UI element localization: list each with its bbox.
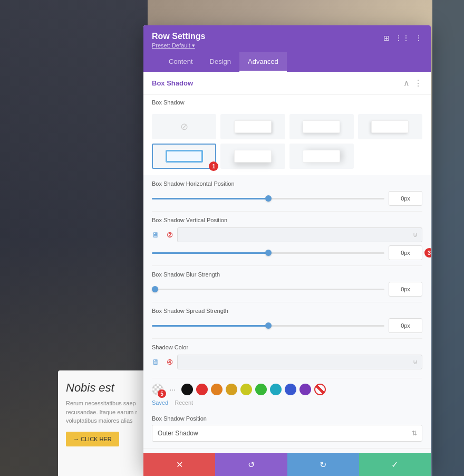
shadow-option-5[interactable] bbox=[220, 144, 285, 169]
swatch-yellow[interactable] bbox=[240, 384, 252, 395]
shadow-option-4-selected[interactable]: 1 bbox=[152, 144, 216, 169]
vertical-label: Box Shadow Vertical Position bbox=[152, 217, 422, 223]
shadow-position-label: Box Shadow Position bbox=[152, 415, 422, 422]
tab-content[interactable]: Content bbox=[160, 52, 201, 72]
panel-header: Row Settings Preset: Default ▾ ⊞ ⋮⋮ ⋮ Co… bbox=[143, 25, 431, 72]
shadow-options-grid: ⊘ 1 bbox=[143, 108, 431, 175]
panel-title: Row Settings bbox=[152, 32, 205, 41]
badge-2: ② bbox=[167, 231, 173, 239]
panel-title-group: Row Settings Preset: Default ▾ bbox=[152, 32, 205, 49]
shadow-option-1[interactable] bbox=[220, 114, 285, 139]
blur-slider-thumb[interactable] bbox=[152, 286, 158, 292]
shadow-option-2[interactable] bbox=[289, 114, 354, 139]
monitor-icon-color: 🖥 bbox=[152, 358, 161, 366]
vertical-value-input[interactable] bbox=[389, 245, 422, 260]
badge-1: 1 bbox=[209, 161, 218, 171]
tab-design[interactable]: Design bbox=[201, 52, 239, 72]
collapse-icon[interactable]: ∧ bbox=[403, 78, 410, 88]
panel-header-icons: ⊞ ⋮⋮ ⋮ bbox=[383, 34, 422, 42]
box-shadow-sublabel: Box Shadow bbox=[143, 95, 431, 108]
vertical-responsive-input: ⊎ bbox=[177, 227, 422, 242]
horizontal-value-input[interactable] bbox=[389, 191, 422, 206]
pin-icon: ⊎ bbox=[413, 231, 418, 239]
checkerboard-wrapper: 5 bbox=[152, 384, 163, 395]
shadow-position-dropdown-wrapper: Outer Shadow Inner Shadow ⇅ bbox=[152, 425, 422, 442]
box-shadow-title: Box Shadow bbox=[152, 79, 193, 87]
vertical-slider-thumb[interactable] bbox=[265, 250, 272, 256]
horizontal-position-row: Box Shadow Horizontal Position bbox=[152, 175, 422, 212]
swatch-more-dots[interactable]: ··· bbox=[167, 384, 178, 395]
shadow-option-3[interactable] bbox=[358, 114, 422, 139]
panel-header-top: Row Settings Preset: Default ▾ ⊞ ⋮⋮ ⋮ bbox=[152, 32, 422, 49]
shadow-option-none[interactable]: ⊘ bbox=[152, 114, 216, 139]
controls-section: Box Shadow Horizontal Position Box Shado… bbox=[143, 175, 431, 378]
spread-slider-fill bbox=[152, 325, 268, 327]
bg-right-overlay bbox=[432, 0, 464, 476]
bg-bottom-text: Rerum necessitatibus saep recusandae. It… bbox=[58, 399, 153, 425]
section-more-icon[interactable]: ⋮ bbox=[414, 78, 422, 88]
bg-bottom-content: Nobis est Rerum necessitatibus saep recu… bbox=[58, 370, 153, 476]
save-button[interactable]: ✓ bbox=[359, 453, 431, 476]
panel-body: Box Shadow ∧ ⋮ Box Shadow ⊘ bbox=[143, 72, 431, 470]
horizontal-label: Box Shadow Horizontal Position bbox=[152, 180, 422, 187]
swatch-red[interactable] bbox=[196, 384, 208, 395]
blur-slider-track[interactable] bbox=[152, 289, 384, 290]
more-icon[interactable]: ⋮ bbox=[415, 34, 422, 42]
vertical-slider-track[interactable] bbox=[152, 252, 384, 254]
panel-preset[interactable]: Preset: Default ▾ bbox=[152, 42, 205, 49]
horizontal-slider-fill bbox=[152, 198, 268, 199]
blur-label: Box Shadow Blur Strength bbox=[152, 271, 422, 278]
horizontal-slider-track[interactable] bbox=[152, 198, 384, 199]
shadow-position-select[interactable]: Outer Shadow Inner Shadow bbox=[152, 425, 422, 442]
spread-strength-row: Box Shadow Spread Strength bbox=[152, 302, 422, 339]
swatch-stroke[interactable] bbox=[314, 384, 326, 395]
color-pin-icon: ⊎ bbox=[413, 358, 418, 366]
horizontal-control bbox=[152, 191, 422, 206]
saved-button[interactable]: Saved bbox=[152, 399, 168, 406]
saved-recent-row: Saved Recent bbox=[143, 399, 431, 411]
redo-button[interactable]: ↻ bbox=[287, 453, 359, 476]
vertical-responsive-row: 🖥 ② ⊎ bbox=[152, 227, 422, 242]
color-swatches-row: 5 ··· bbox=[143, 378, 431, 399]
cancel-button[interactable]: ✕ bbox=[143, 453, 215, 476]
swatch-green[interactable] bbox=[255, 384, 267, 395]
monitor-icon-vertical: 🖥 bbox=[152, 231, 161, 239]
spread-slider-track[interactable] bbox=[152, 325, 384, 327]
responsive-icon[interactable]: ⊞ bbox=[383, 34, 390, 42]
bg-bottom-title: Nobis est bbox=[58, 370, 153, 399]
recent-button[interactable]: Recent bbox=[175, 399, 193, 406]
badge-4: ④ bbox=[167, 358, 173, 366]
box-shadow-section-header: Box Shadow ∧ ⋮ bbox=[143, 72, 431, 95]
vertical-input-wrapper: 3 bbox=[389, 245, 422, 260]
swatch-teal[interactable] bbox=[270, 384, 282, 395]
spread-slider-thumb[interactable] bbox=[265, 322, 272, 329]
bg-bottom-btn[interactable]: → CLICK HER bbox=[66, 432, 119, 446]
no-shadow-icon: ⊘ bbox=[180, 121, 188, 132]
shadow-option-6[interactable] bbox=[289, 144, 354, 169]
section-controls: ∧ ⋮ bbox=[403, 78, 422, 88]
shadow-color-responsive-row: 🖥 ④ ⊎ bbox=[152, 355, 422, 369]
shadow-color-row: Shadow Color 🖥 ④ ⊎ bbox=[152, 339, 422, 378]
swatch-black[interactable] bbox=[181, 384, 193, 395]
swatch-blue[interactable] bbox=[285, 384, 296, 395]
badge-5: 5 bbox=[158, 389, 166, 398]
blur-control bbox=[152, 282, 422, 297]
spread-value-input[interactable] bbox=[389, 318, 422, 333]
row-settings-panel: Row Settings Preset: Default ▾ ⊞ ⋮⋮ ⋮ Co… bbox=[143, 25, 431, 470]
blur-strength-row: Box Shadow Blur Strength bbox=[152, 266, 422, 302]
tab-advanced[interactable]: Advanced bbox=[239, 52, 287, 72]
swatch-orange[interactable] bbox=[211, 384, 223, 395]
horizontal-slider-thumb[interactable] bbox=[265, 195, 272, 202]
swatch-yellow-orange[interactable] bbox=[226, 384, 237, 395]
vertical-slider-fill bbox=[152, 252, 268, 254]
swatch-purple[interactable] bbox=[299, 384, 311, 395]
columns-icon[interactable]: ⋮⋮ bbox=[395, 34, 410, 42]
color-responsive-input: ⊎ bbox=[177, 355, 422, 369]
reset-button[interactable]: ↺ bbox=[215, 453, 287, 476]
vertical-control: 3 bbox=[152, 245, 422, 260]
shadow-position-row: Box Shadow Position Outer Shadow Inner S… bbox=[143, 411, 431, 448]
spread-label: Box Shadow Spread Strength bbox=[152, 308, 422, 314]
shadow-color-label: Shadow Color bbox=[152, 344, 422, 350]
panel-tabs: Content Design Advanced bbox=[152, 52, 422, 72]
blur-value-input[interactable] bbox=[389, 282, 422, 297]
